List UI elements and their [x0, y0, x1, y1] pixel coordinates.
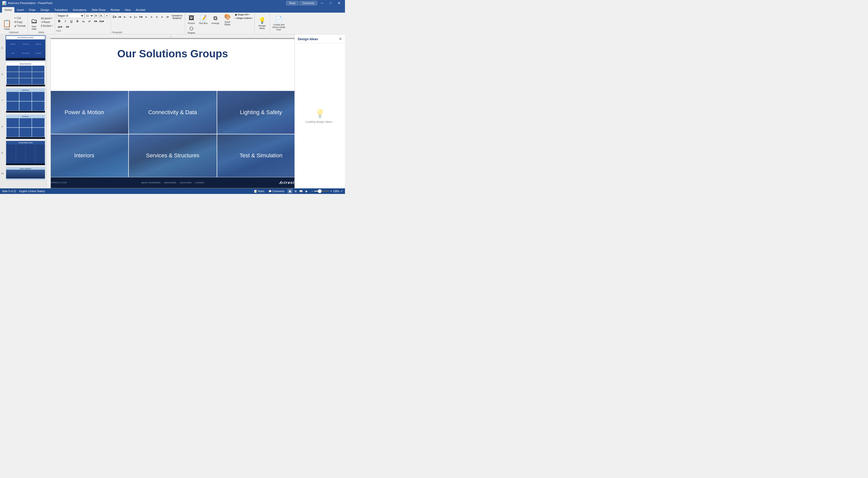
comments-icon: 💬 [269, 190, 272, 193]
slide-sorter-button[interactable]: ⊞ [293, 189, 298, 193]
grid-cell-5[interactable]: Services & Structures [128, 134, 217, 178]
grid-cell-6[interactable]: Test & Simulation [217, 134, 295, 178]
bullets-button[interactable]: ☰▾ [112, 14, 117, 19]
font-color-button[interactable]: A▾ [93, 19, 98, 24]
grid-cell-5-label: Services & Structures [144, 150, 202, 161]
adobe-pdf-button[interactable]: 📄 Create and Share Adobe PDF [271, 16, 287, 31]
grid-cell-1[interactable]: Power & Motion [51, 91, 128, 134]
slides-label: Slides [38, 31, 44, 34]
tab-design[interactable]: Design [38, 7, 52, 12]
maximize-button[interactable]: □ [327, 0, 334, 5]
underline-button[interactable]: U [69, 19, 74, 24]
tab-draw[interactable]: Draw [27, 7, 38, 12]
slide-canvas-area[interactable]: Our Solutions Groups Power & Motion Conn… [51, 38, 294, 188]
justify-button[interactable]: ≡ [160, 14, 165, 19]
slide-title: Our Solutions Groups [51, 48, 294, 60]
tab-slideshow[interactable]: Slide Show [89, 7, 108, 12]
tab-home[interactable]: Home [2, 7, 14, 12]
grid-cell-2[interactable]: Connectivity & Data [128, 91, 217, 134]
font-size-select[interactable]: 11 [85, 13, 94, 18]
footer-nav-contact[interactable]: CONTACT [195, 182, 205, 184]
notes-button[interactable]: 📝 Notes [253, 189, 266, 193]
section-arrow: ▾ [52, 25, 53, 27]
cut-button[interactable]: ✂ Cut [13, 16, 27, 20]
font-decrease-button[interactable]: A↓ [99, 13, 104, 18]
superscript-button[interactable]: x² [87, 19, 92, 24]
slide-canvas: Our Solutions Groups Power & Motion Conn… [51, 39, 294, 188]
text-box-icon: 📝 [200, 15, 207, 22]
slideshow-button[interactable]: ▶ [304, 189, 309, 193]
zoom-out-button[interactable]: − [311, 189, 313, 193]
quick-styles-button[interactable]: 🎨 Quick Styles [222, 13, 233, 26]
app-body: 5 Our Solutions Groups Power & Motion Co… [0, 34, 345, 188]
slide-thumb-7[interactable]: 7 Industries [5, 88, 45, 113]
reading-view-button[interactable]: 📖 [299, 189, 304, 193]
tab-view[interactable]: View [122, 7, 133, 12]
text-direction-button[interactable]: ⟲▾ [138, 14, 144, 19]
adobe-icon: 📄 [275, 16, 283, 23]
footer-nav-industries[interactable]: INDUSTRIES [164, 182, 176, 184]
footer-nav-solutions[interactable]: SOLUTIONS [180, 182, 191, 184]
footer-nav-about[interactable]: ABOUT ASTRONICS [142, 182, 161, 184]
notes-icon: 📝 [254, 190, 257, 193]
increase-indent-button[interactable]: ⇥ [128, 14, 133, 19]
columns-button[interactable]: ⫿▾ [133, 14, 138, 19]
zoom-in-button[interactable]: + [330, 189, 332, 193]
share-button[interactable]: Share [286, 1, 299, 5]
convert-smartart-button[interactable]: Convert to SmartArt [170, 13, 184, 21]
shape-fill-button[interactable]: ▣ Shape Fill ▾ [234, 13, 253, 16]
align-center-button[interactable]: ≡ [149, 14, 154, 19]
strikethrough-button[interactable]: S [75, 19, 80, 24]
text-box-button[interactable]: 📝 Text Box [198, 13, 209, 26]
text-fill-button[interactable]: A▾ [64, 24, 71, 29]
tab-transitions[interactable]: Transitions [52, 7, 70, 12]
grid-cell-3[interactable]: Lighting & Safety [217, 91, 295, 134]
decrease-indent-button[interactable]: ⇤ [123, 14, 127, 19]
arrange-button[interactable]: ⧉ Arrange [210, 13, 221, 26]
zoom-slider[interactable] [314, 191, 329, 192]
comments-status-button[interactable]: 💬 Comments [268, 189, 285, 193]
slide-thumb-5[interactable]: 5 Our Solutions Groups Power & Motion Co… [5, 35, 45, 61]
grid-cell-4[interactable]: Interiors [51, 134, 128, 178]
tab-review[interactable]: Review [108, 7, 122, 12]
align-right-button[interactable]: ≡ [154, 14, 159, 19]
close-button[interactable]: ✕ [335, 0, 343, 5]
slide-thumb-8[interactable]: 8 Solutions [5, 114, 45, 139]
fit-slide-button[interactable]: ⤢ [340, 189, 343, 193]
normal-view-button[interactable]: ▣ [287, 189, 292, 193]
picture-button[interactable]: 🖼 Picture [186, 13, 197, 26]
slide-thumb-9[interactable]: 9 Connectivity & Data [5, 140, 45, 166]
zoom-level-button[interactable]: 138% [333, 190, 339, 193]
line-spacing-button[interactable]: ↕▾ [165, 14, 170, 19]
copy-button[interactable]: ⧉ Copy [13, 20, 27, 24]
shapes-icon: ⬡ [189, 26, 193, 31]
slide-thumb-10[interactable]: 10 Power & Motion [5, 167, 45, 180]
bold-button[interactable]: B [57, 19, 62, 24]
copy-icon: ⧉ [14, 21, 16, 24]
text-case-button[interactable]: Aa▾ [99, 19, 104, 24]
design-ideas-close-button[interactable]: ✕ [339, 37, 342, 41]
comments-button[interactable]: Comments [300, 1, 317, 5]
align-left-button[interactable]: ≡ [144, 14, 149, 19]
minimize-button[interactable]: ─ [318, 0, 326, 5]
italic-button[interactable]: I [63, 19, 68, 24]
layout-button[interactable]: ⊞ Layout ▾ [40, 17, 54, 20]
highlight-button[interactable]: ab▾ [57, 24, 64, 29]
tab-insert[interactable]: Insert [14, 7, 27, 12]
numbered-list-button[interactable]: ≡▾ [117, 14, 122, 19]
font-increase-button[interactable]: A↑ [94, 13, 99, 18]
reset-button[interactable]: ↺ Reset [40, 20, 54, 24]
new-slide-button[interactable]: 🗂 New Slide [29, 13, 39, 31]
subscript-button[interactable]: x₂ [81, 19, 86, 24]
format-button[interactable]: 🖌 Format [13, 24, 27, 28]
tab-animations[interactable]: Animations [70, 7, 89, 12]
section-button[interactable]: § Section ▾ [40, 24, 54, 28]
tab-acrobat[interactable]: Acrobat [133, 7, 148, 12]
clear-format-button[interactable]: ✕ [104, 13, 109, 18]
paste-button[interactable]: 📋 Paste [1, 13, 13, 31]
slide-thumb-6[interactable]: 6 About Astronics [5, 62, 45, 87]
shape-outline-button[interactable]: □ Shape Outline ▾ [234, 17, 253, 20]
font-family-select[interactable]: Segoe UI [57, 13, 84, 18]
design-ideas-button[interactable]: 💡 Design Ideas [255, 16, 269, 31]
shapes-button[interactable]: ⬡ Shapes [186, 26, 197, 33]
